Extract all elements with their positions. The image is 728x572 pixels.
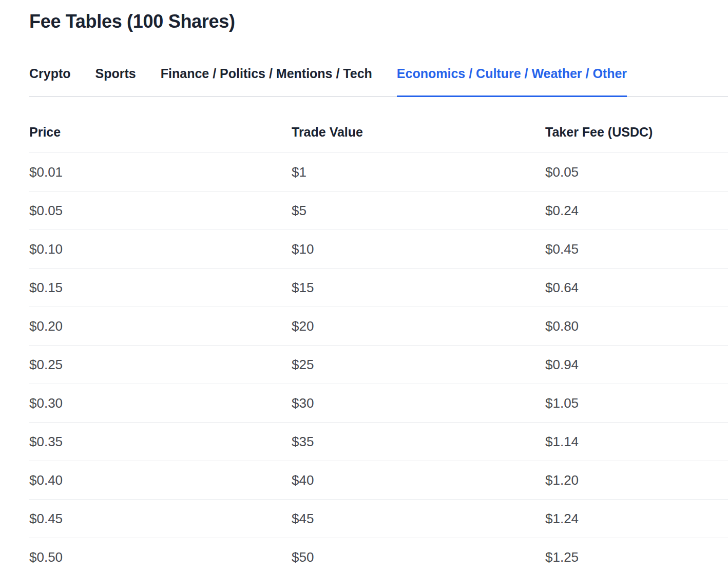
column-header-taker-fee-usdc: Taker Fee (USDC) [545,124,728,140]
cell-price: $0.50 [29,549,292,565]
tab-crypto[interactable]: Crypto [29,65,71,96]
cell-price: $0.25 [29,356,292,373]
cell-price: $0.45 [29,510,292,527]
cell-taker-fee: $1.25 [545,549,728,565]
cell-price: $0.15 [29,279,292,296]
cell-trade-value: $30 [292,395,545,411]
fee-tables-page: Fee Tables (100 Shares) CryptoSportsFina… [0,10,728,572]
table-row: $0.50$50$1.25 [29,538,728,572]
column-header-price: Price [29,124,292,140]
table-row: $0.15$15$0.64 [29,269,728,307]
cell-price: $0.10 [29,241,292,257]
cell-price: $0.35 [29,433,292,450]
table-row: $0.05$5$0.24 [29,192,728,230]
cell-trade-value: $15 [292,279,545,296]
cell-taker-fee: $1.20 [545,472,728,488]
tab-sports[interactable]: Sports [95,65,136,96]
cell-trade-value: $25 [292,356,545,373]
page-title: Fee Tables (100 Shares) [29,10,699,33]
cell-trade-value: $40 [292,472,545,488]
table-row: $0.10$10$0.45 [29,230,728,269]
fee-table: PriceTrade ValueTaker Fee (USDC) $0.01$1… [29,97,728,572]
cell-taker-fee: $0.24 [545,202,728,219]
cell-trade-value: $45 [292,510,545,527]
cell-trade-value: $10 [292,241,545,257]
table-row: $0.25$25$0.94 [29,346,728,384]
cell-trade-value: $50 [292,549,545,565]
cell-price: $0.01 [29,164,292,180]
fee-table-body: $0.01$1$0.05$0.05$5$0.24$0.10$10$0.45$0.… [29,153,728,572]
cell-taker-fee: $1.24 [545,510,728,527]
cell-taker-fee: $0.80 [545,318,728,334]
cell-taker-fee: $0.94 [545,356,728,373]
cell-taker-fee: $0.64 [545,279,728,296]
cell-price: $0.20 [29,318,292,334]
table-row: $0.40$40$1.20 [29,461,728,500]
tab-finance-politics-mentions-tech[interactable]: Finance / Politics / Mentions / Tech [161,65,372,96]
cell-trade-value: $1 [292,164,545,180]
cell-taker-fee: $1.14 [545,433,728,450]
cell-taker-fee: $0.05 [545,164,728,180]
cell-price: $0.05 [29,202,292,219]
fee-table-header-row: PriceTrade ValueTaker Fee (USDC) [29,97,728,153]
tab-bar: CryptoSportsFinance / Politics / Mention… [29,65,728,97]
table-row: $0.01$1$0.05 [29,153,728,192]
table-row: $0.35$35$1.14 [29,423,728,461]
cell-price: $0.40 [29,472,292,488]
table-row: $0.20$20$0.80 [29,307,728,346]
cell-taker-fee: $0.45 [545,241,728,257]
table-row: $0.30$30$1.05 [29,384,728,423]
cell-trade-value: $20 [292,318,545,334]
tab-economics-culture-weather-other[interactable]: Economics / Culture / Weather / Other [397,65,627,96]
column-header-trade-value: Trade Value [292,124,545,140]
cell-trade-value: $35 [292,433,545,450]
cell-taker-fee: $1.05 [545,395,728,411]
cell-price: $0.30 [29,395,292,411]
table-row: $0.45$45$1.24 [29,500,728,538]
cell-trade-value: $5 [292,202,545,219]
